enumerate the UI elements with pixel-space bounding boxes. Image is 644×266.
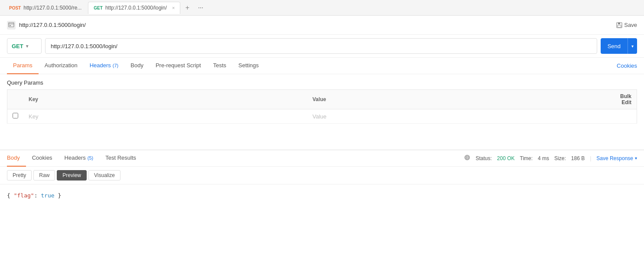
svg-rect-4: [618, 23, 620, 24]
globe-icon: [464, 154, 470, 162]
response-section: Body Cookies Headers (5) Test Results St…: [0, 150, 644, 207]
bulk-edit-header[interactable]: Bulk Edit: [615, 90, 637, 109]
request-tabs: Params Authorization Headers (7) Body Pr…: [0, 58, 644, 74]
method-value: GET: [12, 43, 23, 49]
address-title: http://127.0.0.1:5000/login/: [19, 22, 86, 28]
tab-get[interactable]: GET http://127.0.0.1:5000/login/ ×: [88, 2, 180, 14]
tab-settings[interactable]: Settings: [232, 58, 265, 74]
key-placeholder: Key: [29, 113, 38, 120]
spacer: [0, 124, 644, 150]
status-value: 200 OK: [497, 155, 515, 161]
tab-bar: POST http://127.0.0.1:5000/re... GET htt…: [0, 0, 644, 16]
key-col-header: Key: [23, 90, 307, 109]
tab-post[interactable]: POST http://127.0.0.1:5000/re...: [3, 2, 87, 14]
tab-headers[interactable]: Headers (7): [84, 58, 125, 74]
resp-tab-body[interactable]: Body: [7, 150, 26, 167]
resp-tab-test-results[interactable]: Test Results: [105, 150, 142, 167]
more-tabs-button[interactable]: ···: [194, 2, 206, 14]
save-response-button[interactable]: Save Response ▾: [596, 155, 637, 161]
status-divider: |: [590, 155, 591, 161]
row-checkbox[interactable]: [13, 113, 18, 118]
svg-rect-0: [9, 23, 14, 27]
view-tab-visualize[interactable]: Visualize: [88, 170, 120, 181]
value-col-header: Value: [307, 90, 615, 109]
send-dropdown-icon[interactable]: ▾: [628, 44, 637, 49]
method-chevron-icon: ▼: [25, 44, 29, 49]
add-tab-button[interactable]: +: [181, 2, 193, 14]
size-label: Size:: [554, 155, 566, 161]
tab-pre-request-script[interactable]: Pre-request Script: [150, 58, 207, 74]
tab-authorization[interactable]: Authorization: [39, 58, 84, 74]
tab-params[interactable]: Params: [7, 58, 39, 74]
row-checkbox-cell: [7, 109, 24, 124]
svg-rect-5: [618, 25, 621, 27]
resp-tab-headers[interactable]: Headers (5): [65, 150, 100, 167]
close-tab-icon[interactable]: ×: [172, 5, 175, 10]
row-key-cell[interactable]: Key: [23, 109, 307, 124]
json-colon: :: [34, 192, 41, 199]
tab-body[interactable]: Body: [124, 58, 150, 74]
table-row: Key Value: [7, 109, 637, 124]
resp-tab-cookies[interactable]: Cookies: [32, 150, 59, 167]
checkbox-col-header: [7, 90, 24, 109]
save-response-chevron-icon: ▾: [635, 156, 637, 161]
size-value: 186 B: [571, 155, 585, 161]
view-tab-pretty[interactable]: Pretty: [7, 170, 32, 181]
svg-rect-2: [10, 25, 11, 26]
post-tab-url: http://127.0.0.1:5000/re...: [23, 5, 81, 11]
response-tabs: Body Cookies Headers (5) Test Results St…: [0, 150, 644, 167]
send-button[interactable]: Send ▾: [601, 38, 637, 54]
url-input[interactable]: [45, 38, 597, 54]
headers-badge: (7): [113, 63, 118, 68]
params-table: Key Value Bulk Edit Key Value: [7, 89, 637, 124]
address-bar-left: http://127.0.0.1:5000/login/: [7, 21, 86, 30]
status-label: Status:: [475, 155, 491, 161]
response-status: Status: 200 OK Time: 4 ms Size: 186 B | …: [464, 154, 637, 162]
view-tab-raw[interactable]: Raw: [33, 170, 55, 181]
time-label: Time:: [520, 155, 533, 161]
send-label: Send: [601, 43, 628, 49]
json-brace-close: }: [55, 192, 62, 199]
get-tab-url: http://127.0.0.1:5000/login/: [105, 5, 167, 11]
post-method-badge: POST: [9, 6, 21, 10]
method-select[interactable]: GET ▼: [7, 38, 42, 54]
json-brace-open: {: [7, 192, 14, 199]
tab-tests[interactable]: Tests: [207, 58, 232, 74]
save-label: Save: [624, 22, 637, 28]
query-params-title: Query Params: [7, 79, 637, 86]
query-params-section: Query Params Key Value Bulk Edit Key Val…: [0, 74, 644, 124]
save-button[interactable]: Save: [616, 22, 637, 28]
request-bar: GET ▼ Send ▾: [0, 35, 644, 58]
address-bar: http://127.0.0.1:5000/login/ Save: [0, 16, 644, 35]
cookies-link[interactable]: Cookies: [617, 62, 637, 69]
get-method-badge: GET: [94, 6, 103, 10]
resp-headers-badge: (5): [88, 155, 93, 161]
json-value: true: [41, 192, 54, 199]
json-key: "flag": [14, 192, 34, 199]
time-value: 4 ms: [538, 155, 549, 161]
response-body: { "flag": true }: [0, 184, 644, 207]
view-tab-preview[interactable]: Preview: [57, 170, 87, 181]
row-value-cell[interactable]: Value: [307, 109, 637, 124]
value-placeholder: Value: [312, 113, 326, 120]
view-tabs: Pretty Raw Preview Visualize: [0, 167, 644, 184]
address-icon: [7, 21, 16, 30]
